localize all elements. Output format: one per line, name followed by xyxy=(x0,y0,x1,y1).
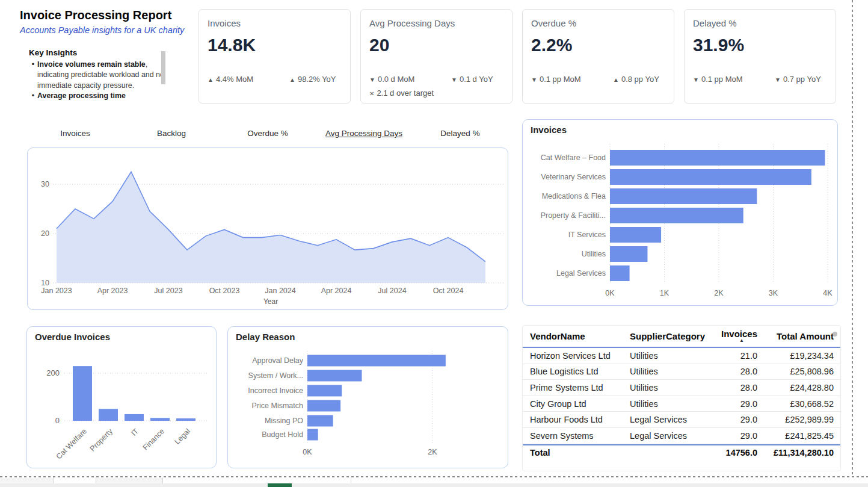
kpi-card-avg-processing-days: Avg Processing Days 20 ▼0.0 d MoM ▼0.1 d… xyxy=(360,9,512,104)
kpi-label: Avg Processing Days xyxy=(369,18,455,28)
column-header-invoices[interactable]: Invoices ▲ xyxy=(708,329,757,343)
bar[interactable] xyxy=(307,355,446,367)
tab-delayed-pct[interactable]: Delayed % xyxy=(412,127,508,140)
table-row[interactable]: Blue Logistics LtdUtilities28.0£25,808.9… xyxy=(523,364,840,380)
bar[interactable] xyxy=(307,400,340,412)
tab-backlog[interactable]: Backlog xyxy=(123,127,220,140)
bar[interactable] xyxy=(610,150,825,166)
overdue-invoices-column-chart[interactable]: 0200Cat WelfarePropertyITFinanceLegal xyxy=(27,327,216,468)
table-cell: Blue Logistics Ltd xyxy=(530,367,630,376)
svg-text:Jan 2023: Jan 2023 xyxy=(41,287,72,295)
svg-text:2K: 2K xyxy=(714,289,724,297)
table-row[interactable]: City Group LtdUtilities29.0£30,668.52 xyxy=(523,396,840,412)
svg-text:20: 20 xyxy=(41,229,49,238)
kpi-card-delayed-pct: Delayed % 31.9% ▼0.1 pp MoM ▼0.7 pp YoY xyxy=(684,9,836,104)
table-cell: 28.0 xyxy=(708,367,757,376)
svg-text:1K: 1K xyxy=(660,289,669,297)
table-cell: £241,825.45 xyxy=(757,431,834,441)
kpi-card-invoices: Invoices 14.8K ▲4.4% MoM ▲98.2% YoY xyxy=(199,9,351,104)
table-scrollbar-thumb[interactable] xyxy=(833,332,837,337)
bar[interactable] xyxy=(307,370,362,382)
bar[interactable] xyxy=(610,227,661,243)
svg-text:Approval Delay: Approval Delay xyxy=(252,356,304,365)
svg-text:Property & Faciliti...: Property & Faciliti... xyxy=(541,211,606,220)
kpi-delta-mom: 4.4% MoM xyxy=(216,75,253,84)
table-row[interactable]: Harbour Foods LtdLegal Services29.0£252,… xyxy=(523,412,840,428)
bullet-icon: • xyxy=(29,91,37,101)
table-cell: £24,428.80 xyxy=(757,383,834,392)
table-cell: Utilities xyxy=(630,399,708,409)
svg-text:Veterinary Services: Veterinary Services xyxy=(541,173,606,181)
kpi-delta-mom: 0.0 d MoM xyxy=(378,75,414,84)
kpi-value: 20 xyxy=(369,35,389,55)
bar[interactable] xyxy=(610,188,757,204)
trend-chart-panel: 102030Jan 2023Apr 2023Jul 2023Oct 2023Ja… xyxy=(27,147,508,310)
svg-text:Legal Services: Legal Services xyxy=(556,269,606,278)
column-header-suppliercategory[interactable]: SupplierCategory xyxy=(630,332,708,341)
svg-text:Oct 2024: Oct 2024 xyxy=(433,287,464,295)
svg-text:Finance: Finance xyxy=(141,427,166,451)
table-cell: 29.0 xyxy=(708,431,757,441)
bar[interactable] xyxy=(73,366,92,421)
column-header-total-amount[interactable]: Total Amount xyxy=(757,332,834,341)
insights-scrollbar[interactable] xyxy=(161,51,165,84)
svg-text:Jul 2024: Jul 2024 xyxy=(378,287,406,295)
kpi-delta-yoy: 0.7 pp YoY xyxy=(783,75,821,84)
table-body: Horizon Services LtdUtilities21.0£19,234… xyxy=(523,348,840,444)
table-total-row: Total 14756.0 £11,314,280.10 xyxy=(523,444,840,461)
svg-text:Missing PO: Missing PO xyxy=(265,417,303,425)
table-cell: £30,668.52 xyxy=(757,399,834,409)
svg-text:Cat Welfare: Cat Welfare xyxy=(55,427,88,461)
page-break-line-horizontal xyxy=(0,476,868,477)
trend-down-icon: ▼ xyxy=(693,76,699,83)
bar[interactable] xyxy=(307,385,342,397)
page-title: Invoice Processing Report xyxy=(20,8,171,22)
table-row[interactable]: Prime Systems LtdUtilities28.0£24,428.80 xyxy=(523,380,840,396)
tab-overdue-pct[interactable]: Overdue % xyxy=(220,127,316,140)
svg-text:Cat Welfare – Food: Cat Welfare – Food xyxy=(541,154,606,162)
kpi-target-note: 2.1 d over target xyxy=(377,88,434,98)
bar[interactable] xyxy=(610,246,647,262)
kpi-card-overdue-pct: Overdue % 2.2% ▼0.1 pp MoM ▲0.8 pp YoY xyxy=(522,9,674,104)
excel-tab-bar xyxy=(0,483,868,487)
svg-text:Budget Hold: Budget Hold xyxy=(262,430,303,439)
table-cell: 21.0 xyxy=(708,351,757,361)
invoices-bar-chart[interactable]: 0K1K2K3K4KCat Welfare – FoodVeterinary S… xyxy=(523,120,837,305)
bar[interactable] xyxy=(307,429,318,441)
tab-avg-processing-days[interactable]: Avg Processing Days xyxy=(316,127,412,140)
svg-text:Apr 2023: Apr 2023 xyxy=(97,287,128,295)
bar[interactable] xyxy=(125,414,144,421)
table-cell: Harbour Foods Ltd xyxy=(530,415,630,424)
bar[interactable] xyxy=(307,415,333,427)
bar[interactable] xyxy=(99,409,118,421)
bar[interactable] xyxy=(610,265,630,281)
page-subtitle: Accounts Payable insights for a UK chari… xyxy=(20,25,184,35)
chart-title: Invoices xyxy=(531,125,567,135)
table-cell: Prime Systems Ltd xyxy=(530,383,630,392)
bar[interactable] xyxy=(610,169,811,185)
column-header-vendorname[interactable]: VendorName xyxy=(530,332,630,341)
insight-item-clipped: • Average processing time xyxy=(29,91,165,101)
svg-text:Legal: Legal xyxy=(173,427,192,446)
avg-processing-days-trend-chart[interactable]: 102030Jan 2023Apr 2023Jul 2023Oct 2023Ja… xyxy=(28,148,508,309)
svg-text:Jul 2023: Jul 2023 xyxy=(154,287,182,295)
total-label: Total xyxy=(530,448,630,458)
table-cell: Utilities xyxy=(630,383,708,392)
svg-text:Oct 2023: Oct 2023 xyxy=(209,287,240,295)
bar[interactable] xyxy=(176,418,195,421)
bar[interactable] xyxy=(150,418,170,421)
miss-target-icon: ✕ xyxy=(369,90,374,97)
table-row[interactable]: Horizon Services LtdUtilities21.0£19,234… xyxy=(523,348,840,364)
table-cell: 28.0 xyxy=(708,383,757,392)
delay-reason-bar-chart[interactable]: 0K2KApproval DelaySystem / Work...Incorr… xyxy=(228,327,508,468)
trend-up-icon: ▲ xyxy=(208,76,214,83)
total-amount: £11,314,280.10 xyxy=(757,448,834,458)
svg-text:Year: Year xyxy=(263,297,278,306)
sort-ascending-icon: ▲ xyxy=(739,338,744,343)
tab-invoices[interactable]: Invoices xyxy=(27,127,123,140)
sheet-tab-active[interactable] xyxy=(268,483,292,487)
table-row[interactable]: Severn SystemsLegal Services29.0£241,825… xyxy=(523,428,840,444)
table-cell: Utilities xyxy=(630,367,708,376)
trend-down-icon: ▼ xyxy=(451,76,457,83)
bar[interactable] xyxy=(610,208,743,223)
